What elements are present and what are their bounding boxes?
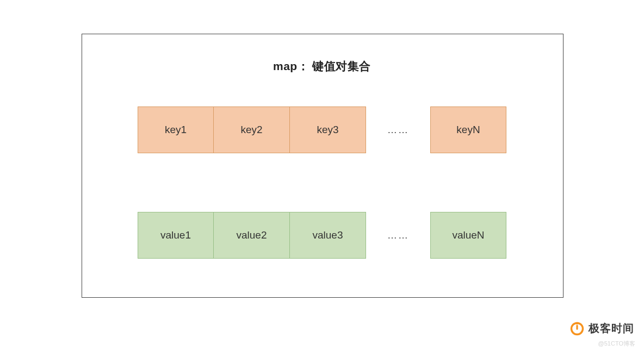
svg-point-2 xyxy=(576,322,578,324)
clock-icon xyxy=(570,322,584,336)
brand-logo: 极客时间 xyxy=(570,321,634,336)
keys-group: key1 key2 key3 xyxy=(138,106,366,153)
value-cell: value1 xyxy=(138,212,214,259)
keys-last-group: keyN xyxy=(430,106,506,153)
keys-ellipsis: …… xyxy=(366,124,430,136)
values-ellipsis: …… xyxy=(366,230,430,241)
diagram-canvas: map： 键值对集合 key1 key2 key3 …… keyN value1… xyxy=(0,0,644,351)
brand-text: 极客时间 xyxy=(589,321,634,336)
keys-row: key1 key2 key3 …… keyN xyxy=(0,106,644,153)
key-cell: key3 xyxy=(290,106,366,153)
values-group: value1 value2 value3 xyxy=(138,212,366,259)
svg-rect-1 xyxy=(576,325,578,330)
key-cell: key1 xyxy=(138,106,214,153)
values-last-group: valueN xyxy=(430,212,506,259)
value-cell: value3 xyxy=(290,212,366,259)
key-cell-last: keyN xyxy=(430,106,506,153)
values-row: value1 value2 value3 …… valueN xyxy=(0,212,644,259)
diagram-title: map： 键值对集合 xyxy=(0,59,644,74)
key-cell: key2 xyxy=(214,106,290,153)
value-cell-last: valueN xyxy=(430,212,506,259)
watermark-text: @51CTO博客 xyxy=(598,340,635,348)
value-cell: value2 xyxy=(214,212,290,259)
